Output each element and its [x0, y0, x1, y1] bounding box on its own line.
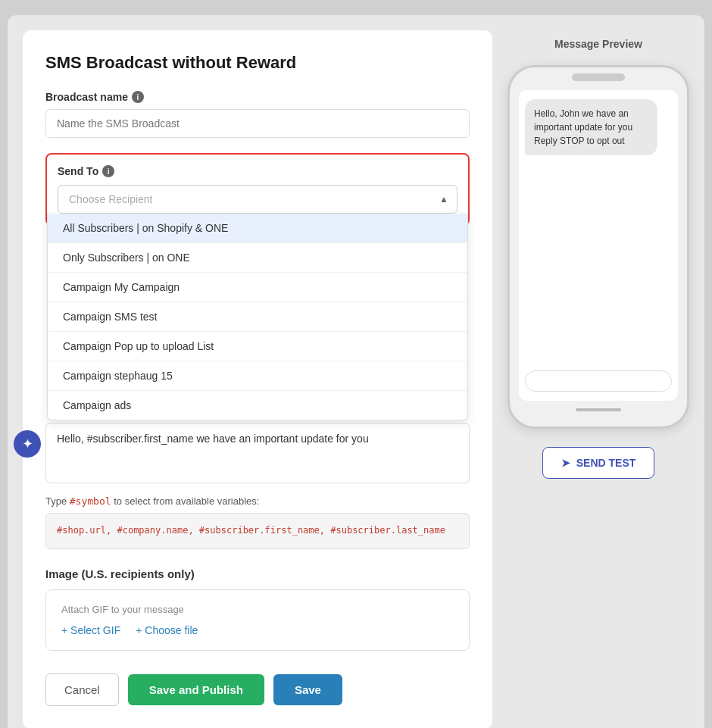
preview-message-line1: Hello, John we have an important update … — [534, 108, 632, 133]
variables-box: #shop.url, #company.name, #subscriber.fi… — [45, 513, 470, 549]
dropdown-item-6[interactable]: Campaign stephaug 15 — [48, 361, 467, 391]
send-test-button[interactable]: ➤ SEND TEST — [542, 447, 655, 479]
message-area-wrapper: ✦ Hello, #subscriber.first_name we have … — [45, 423, 470, 486]
variables-hint: Type #symbol to select from available va… — [45, 495, 470, 507]
preview-message-line2: Reply STOP to opt out — [534, 136, 625, 146]
send-test-label: SEND TEST — [576, 457, 636, 469]
message-textarea[interactable]: Hello, #subscriber.first_name we have an… — [45, 423, 470, 483]
broadcast-name-info-icon[interactable]: i — [132, 91, 144, 103]
broadcast-name-input[interactable] — [45, 109, 470, 138]
ai-sparkle-button[interactable]: ✦ — [14, 430, 41, 458]
image-upload-box: Attach GIF to your message + Select GIF … — [45, 589, 470, 651]
dropdown-item-3[interactable]: Campaign My Campaign — [48, 273, 467, 302]
left-panel: SMS Broadcast without Reward Broadcast n… — [23, 30, 492, 728]
page-title: SMS Broadcast without Reward — [45, 53, 470, 73]
hash-symbol: #symbol — [70, 495, 111, 507]
save-publish-button[interactable]: Save and Publish — [128, 674, 264, 705]
upload-buttons: + Select GIF + Choose file — [61, 624, 454, 636]
sparkle-icon: ✦ — [22, 436, 33, 452]
recipient-select-wrapper: Choose Recipient ▲ All Subscribers | on … — [58, 185, 457, 214]
send-to-info-icon[interactable]: i — [102, 165, 114, 177]
select-gif-button[interactable]: + Select GIF — [61, 624, 120, 636]
dropdown-item-7[interactable]: Campaign ads — [48, 391, 467, 420]
phone-home-bar — [576, 408, 621, 411]
cancel-button[interactable]: Cancel — [45, 673, 119, 706]
phone-input-bar — [525, 370, 672, 392]
send-icon: ➤ — [561, 457, 570, 469]
broadcast-name-label: Broadcast name i — [45, 91, 470, 103]
outer-container: SMS Broadcast without Reward Broadcast n… — [8, 15, 704, 728]
dropdown-item-5[interactable]: Campaign Pop up to upload List — [48, 332, 467, 361]
recipient-dropdown-list: All Subscribers | on Shopify & ONE Only … — [47, 214, 468, 420]
phone-notch — [572, 73, 625, 81]
message-preview-label: Message Preview — [554, 38, 642, 50]
attach-gif-label: Attach GIF to your message — [61, 604, 454, 615]
save-button[interactable]: Save — [273, 674, 342, 705]
recipient-select[interactable]: Choose Recipient — [58, 185, 457, 214]
dropdown-item-1[interactable]: All Subscribers | on Shopify & ONE — [48, 214, 467, 243]
send-to-label: Send To i — [58, 165, 457, 177]
send-to-section: Send To i Choose Recipient ▲ All Subscri… — [45, 153, 470, 226]
right-panel: Message Preview Hello, John we have an i… — [507, 30, 689, 728]
dropdown-item-4[interactable]: Campaign SMS test — [48, 302, 467, 332]
preview-message-bubble: Hello, John we have an important update … — [525, 99, 657, 155]
phone-screen: Hello, John we have an important update … — [519, 90, 678, 401]
image-section-title: Image (U.S. recipients only) — [45, 567, 470, 580]
phone-frame: Hello, John we have an important update … — [507, 65, 689, 429]
action-buttons: Cancel Save and Publish Save — [45, 673, 470, 706]
dropdown-item-2[interactable]: Only Subscribers | on ONE — [48, 243, 467, 273]
choose-file-button[interactable]: + Choose file — [136, 624, 198, 636]
